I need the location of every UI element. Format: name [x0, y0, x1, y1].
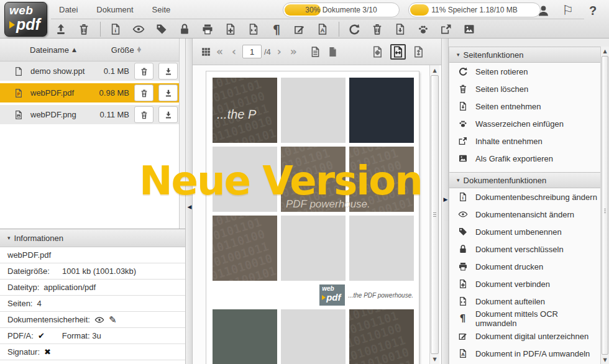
info-signature-row: Signatur: ✖: [0, 344, 185, 360]
delete-file-button[interactable]: [134, 106, 153, 123]
document-preview: ...the P web pdf ...the: [193, 65, 441, 364]
delete-pages-button[interactable]: [370, 21, 385, 37]
file-name: webPDF.png: [30, 110, 94, 119]
scroll-up-icon[interactable]: ▲: [430, 68, 439, 73]
menu-item-extract-pages[interactable]: Seiten entnehmen: [449, 98, 600, 115]
preview-scrollbar[interactable]: ▲ ▼: [429, 65, 439, 364]
info-panel-header[interactable]: ▾ Informationen: [0, 229, 185, 247]
page-extract-icon: [457, 101, 468, 111]
file-row-selected[interactable]: webPDF.pdf 0.98 MB: [0, 83, 179, 104]
upload-button[interactable]: [53, 21, 68, 37]
pdfa-button[interactable]: [315, 21, 330, 37]
delete-button[interactable]: [76, 21, 91, 37]
prev-page-button[interactable]: ‹: [231, 47, 237, 57]
merge-button[interactable]: [223, 21, 238, 37]
collapse-caret-icon: ▾: [457, 52, 460, 58]
info-filename-row: webPDF.pdf: [0, 247, 185, 263]
sort-by-name[interactable]: Dateiname ▲: [30, 45, 76, 55]
watermark-button[interactable]: [416, 21, 431, 37]
collapse-left-handle[interactable]: ◀: [186, 204, 193, 210]
logo-text-web: web: [9, 4, 42, 17]
single-page-view-icon[interactable]: [309, 46, 321, 58]
menu-item-export-graphic[interactable]: Als Grafik exportieren: [449, 150, 600, 167]
menu-seite[interactable]: Seite: [152, 5, 171, 14]
next-page-button[interactable]: ›: [276, 47, 283, 57]
sort-by-size[interactable]: Größe ▲▼: [111, 45, 141, 55]
column-name-label: Dateiname: [30, 45, 69, 55]
extract-content-button[interactable]: [439, 21, 454, 37]
page-tile: [213, 216, 277, 281]
menu-item-doc-view[interactable]: Dokumentenansicht ändern: [449, 206, 600, 223]
download-file-button[interactable]: [158, 84, 178, 101]
page-tile: [281, 216, 346, 281]
security-view-icon[interactable]: [94, 315, 104, 325]
scroll-down-icon[interactable]: ▼: [601, 357, 609, 363]
menu-item-rotate-pages[interactable]: Seiten rotieren: [449, 63, 600, 80]
security-edit-icon[interactable]: ✎: [109, 314, 117, 325]
help-icon[interactable]: ?: [585, 3, 600, 18]
logo-arrow-icon: [9, 21, 15, 29]
flag-icon[interactable]: ⚐: [561, 3, 575, 18]
user-icon[interactable]: [536, 3, 551, 18]
menu-item-extract-content[interactable]: Inhalte entnehmen: [449, 132, 600, 150]
menu-item-doc-encrypt[interactable]: Dokument verschlüsseln: [449, 240, 600, 258]
continuous-view-icon[interactable]: [327, 46, 339, 58]
ocr-button[interactable]: ¶: [269, 21, 284, 37]
split-button[interactable]: [246, 21, 261, 37]
page-number-input[interactable]: [242, 45, 262, 58]
document-description-button[interactable]: [108, 21, 123, 37]
preview-scroll-thumb[interactable]: [431, 75, 439, 354]
extract-pages-button[interactable]: [393, 21, 408, 37]
menu-item-doc-pdfa[interactable]: Dokument in PDF/A umwandeln: [449, 345, 600, 362]
menu-item-watermark[interactable]: Wasserzeichen einfügen: [449, 115, 600, 132]
document-functions-header[interactable]: ▾ Dokumentenfunktionen: [449, 172, 600, 188]
file-name: demo show.ppt: [30, 66, 94, 76]
menu-item-doc-description[interactable]: Dokumentenbeschreibung ändern: [449, 188, 600, 206]
menu-dokument[interactable]: Dokument: [96, 5, 133, 14]
delete-file-button[interactable]: [134, 84, 153, 101]
thumbnails-icon[interactable]: [200, 46, 212, 58]
fit-width-icon[interactable]: [390, 44, 406, 60]
download-file-button[interactable]: [158, 63, 178, 80]
fit-height-icon[interactable]: [411, 44, 426, 60]
sign-button[interactable]: [292, 21, 307, 37]
collapse-right-handle[interactable]: ▶: [442, 196, 449, 202]
scroll-up-icon[interactable]: ▲: [601, 48, 609, 54]
menu-item-doc-ocr[interactable]: ¶ Dokument mittels OCR umwandeln: [449, 310, 600, 327]
menu-item-doc-sign[interactable]: Dokument digital unterzeichnen: [449, 327, 600, 345]
rotate-pages-button[interactable]: [347, 21, 362, 37]
functions-scroll-thumb[interactable]: [602, 56, 608, 355]
file-image-icon: [14, 110, 24, 120]
menu-item-delete-pages[interactable]: Seiten löschen: [449, 80, 600, 98]
page-functions-header[interactable]: ▾ Seitenfunktionen: [449, 47, 600, 63]
file-row[interactable]: webPDF.png 0.11 MB: [0, 105, 179, 125]
menu-item-doc-split[interactable]: Dokument aufteilen: [449, 293, 600, 310]
quota-documents-label: 30% Dokumente 3/10: [283, 3, 399, 17]
export-graphic-button[interactable]: [462, 21, 477, 37]
page-tile: ...the P: [213, 78, 277, 143]
menu-datei[interactable]: Datei: [59, 5, 78, 14]
fit-page-icon[interactable]: [370, 44, 385, 60]
print-button[interactable]: [200, 21, 215, 37]
fit-buttons: [370, 44, 426, 60]
menu-item-doc-merge[interactable]: Dokument verbinden: [449, 275, 600, 293]
last-page-button[interactable]: »: [289, 47, 298, 57]
menu-item-doc-rename[interactable]: Dokument umbenennen: [449, 223, 600, 240]
functions-scrollbar[interactable]: ▲ ▼: [600, 47, 609, 364]
tag-icon: [457, 227, 468, 237]
download-file-button[interactable]: [158, 106, 178, 123]
rename-button[interactable]: [154, 21, 169, 37]
file-row[interactable]: demo show.ppt 0.1 MB: [0, 61, 179, 82]
menu-item-doc-print[interactable]: Dokument drucken: [449, 258, 600, 275]
encrypt-button[interactable]: [177, 21, 192, 37]
right-splitter[interactable]: ▶: [441, 39, 449, 364]
file-size: 0.11 MB: [94, 110, 129, 119]
document-view-button[interactable]: [131, 21, 146, 37]
first-page-button[interactable]: «: [215, 47, 224, 57]
delete-file-button[interactable]: [134, 63, 153, 80]
page-split-icon: [457, 296, 468, 306]
quota-storage: 11% Speicher 1.18/10 MB: [408, 2, 541, 17]
signature-cross-icon: ✖: [44, 347, 51, 357]
quota-storage-label: 11% Speicher 1.18/10 MB: [409, 3, 540, 17]
scroll-down-icon[interactable]: ▼: [430, 357, 439, 362]
